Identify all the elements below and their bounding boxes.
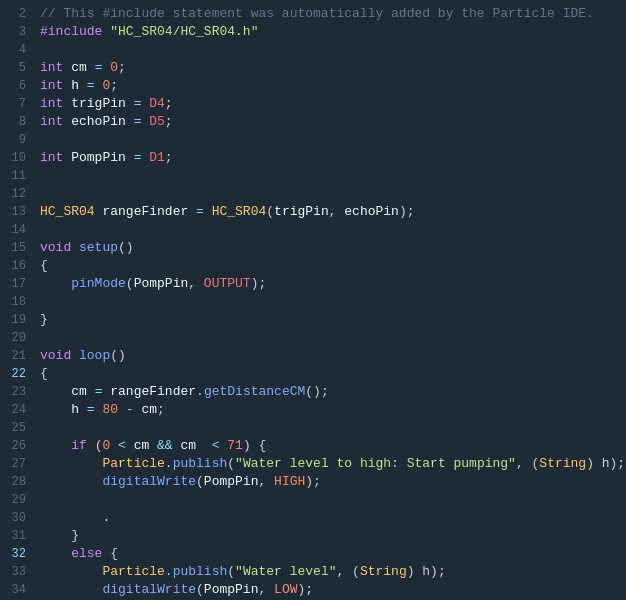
token: = (87, 402, 103, 417)
token (40, 402, 71, 417)
line-number: 14 (0, 221, 36, 239)
code-line: 25 (0, 418, 626, 436)
token: ; (165, 114, 173, 129)
code-line: 22{ (0, 364, 626, 382)
token: pinMode (71, 276, 126, 291)
code-line: 12 (0, 184, 626, 202)
code-editor: 2// This #include statement was automati… (0, 0, 626, 600)
line-content (36, 329, 626, 347)
token: else (71, 546, 110, 561)
token: Particle (102, 456, 164, 471)
token: ) { (243, 438, 266, 453)
code-area: 2// This #include statement was automati… (0, 0, 626, 600)
token: digitalWrite (102, 582, 196, 597)
token: Particle (102, 564, 164, 579)
token: trigPin (71, 96, 133, 111)
code-line: 5int cm = 0; (0, 58, 626, 76)
line-number: 21 (0, 347, 36, 365)
token: ); (297, 582, 313, 597)
token: = (87, 78, 103, 93)
token: ( (196, 582, 204, 597)
line-content (36, 185, 626, 203)
line-content: if (0 < cm && cm < 71) { (36, 437, 626, 455)
code-line: 27 Particle.publish("Water level to high… (0, 454, 626, 472)
code-line: 2// This #include statement was automati… (0, 4, 626, 22)
token: ); (399, 204, 415, 219)
line-number: 32 (0, 545, 36, 563)
token: , (258, 474, 274, 489)
line-number: 20 (0, 329, 36, 347)
token (40, 546, 71, 561)
token: < (118, 438, 134, 453)
line-content (36, 167, 626, 185)
token: digitalWrite (102, 474, 196, 489)
token: && (157, 438, 180, 453)
token: < (212, 438, 228, 453)
line-number: 5 (0, 59, 36, 77)
token: void (40, 348, 79, 363)
token: // This #include statement was automatic… (40, 6, 594, 21)
token: . (165, 456, 173, 471)
token: HC_SR04 (40, 204, 102, 219)
line-number: 23 (0, 383, 36, 401)
line-content: digitalWrite(PompPin, HIGH); (36, 473, 626, 491)
token: int (40, 150, 71, 165)
token: , (258, 582, 274, 597)
token (40, 582, 102, 597)
code-line: 9 (0, 130, 626, 148)
token: cm (71, 60, 94, 75)
line-content: digitalWrite(PompPin, LOW); (36, 581, 626, 599)
line-content (36, 491, 626, 509)
token (40, 438, 71, 453)
token: ( (126, 276, 134, 291)
code-line: 28 digitalWrite(PompPin, HIGH); (0, 472, 626, 490)
line-content: int echoPin = D5; (36, 113, 626, 131)
token (40, 456, 102, 471)
token: ) h); (586, 456, 625, 471)
line-number: 13 (0, 203, 36, 221)
line-content (36, 419, 626, 437)
line-content: HC_SR04 rangeFinder = HC_SR04(trigPin, e… (36, 203, 626, 221)
line-number: 9 (0, 131, 36, 149)
token: ); (251, 276, 267, 291)
token: - (126, 402, 142, 417)
token: { (40, 258, 48, 273)
token: ; (118, 60, 126, 75)
token (40, 510, 102, 525)
line-number: 27 (0, 455, 36, 473)
token: } (40, 528, 79, 543)
token: 0 (102, 438, 118, 453)
code-line: 15void setup() (0, 238, 626, 256)
token: "HC_SR04/HC_SR04.h" (110, 24, 258, 39)
token: ( (196, 474, 204, 489)
line-number: 3 (0, 23, 36, 41)
token: rangeFinder (110, 384, 196, 399)
line-number: 33 (0, 563, 36, 581)
token: ; (110, 78, 118, 93)
token: h (71, 78, 87, 93)
line-number: 24 (0, 401, 36, 419)
code-line: 32 else { (0, 544, 626, 562)
token: = (95, 60, 111, 75)
line-content: int h = 0; (36, 77, 626, 95)
line-content (36, 131, 626, 149)
code-line: 34 digitalWrite(PompPin, LOW); (0, 580, 626, 598)
line-content: void loop() (36, 347, 626, 365)
token: int (40, 78, 71, 93)
token: . (165, 564, 173, 579)
line-content: } (36, 311, 626, 329)
token: (); (305, 384, 328, 399)
token: HC_SR04 (212, 204, 267, 219)
token: int (40, 96, 71, 111)
line-content: Particle.publish("Water level", (String)… (36, 563, 626, 581)
token: { (110, 546, 118, 561)
token: . (196, 384, 204, 399)
token: LOW (274, 582, 297, 597)
code-line: 24 h = 80 - cm; (0, 400, 626, 418)
line-number: 12 (0, 185, 36, 203)
token: HIGH (274, 474, 305, 489)
token: trigPin (274, 204, 329, 219)
line-content: void setup() (36, 239, 626, 257)
code-line: 13HC_SR04 rangeFinder = HC_SR04(trigPin,… (0, 202, 626, 220)
token: echoPin (344, 204, 399, 219)
